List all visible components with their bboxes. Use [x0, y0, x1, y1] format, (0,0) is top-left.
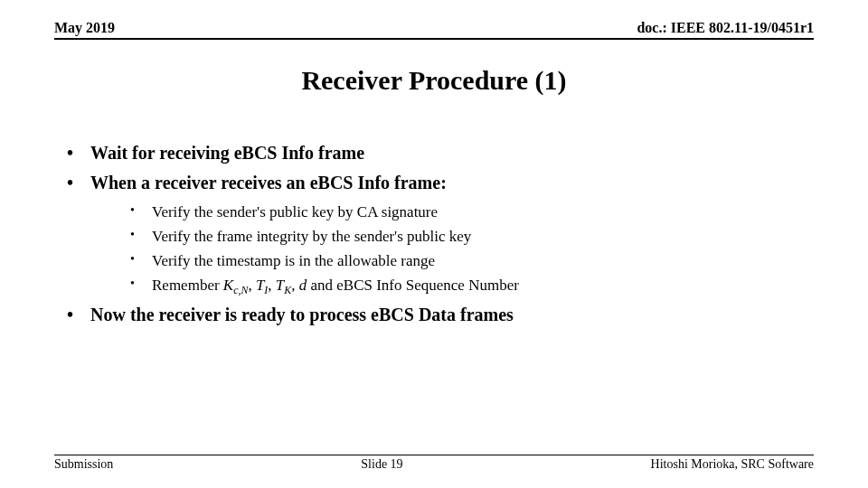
- top-bullet-list: Wait for receiving eBCS Info frame When …: [54, 141, 814, 327]
- header-date: May 2019: [54, 20, 115, 36]
- sym-K: K: [223, 277, 233, 294]
- footer-center: Slide 19: [361, 457, 402, 472]
- sub-cN: c,N: [233, 284, 248, 296]
- bullet-when-receives: When a receiver receives an eBCS Info fr…: [54, 171, 814, 297]
- sep1: ,: [248, 277, 256, 294]
- bullet-wait: Wait for receiving eBCS Info frame: [54, 141, 814, 165]
- header-doc-id: doc.: IEEE 802.11-19/0451r1: [637, 20, 814, 36]
- sub-verify-integrity: Verify the frame integrity by the sender…: [118, 227, 814, 248]
- slide-page: May 2019 doc.: IEEE 802.11-19/0451r1 Rec…: [0, 0, 868, 488]
- footer-left: Submission: [54, 457, 113, 472]
- remember-prefix: Remember: [152, 277, 223, 294]
- content-area: Wait for receiving eBCS Info frame When …: [54, 136, 814, 333]
- remember-suffix: and eBCS Info Sequence Number: [307, 277, 519, 294]
- sub-verify-pubkey: Verify the sender's public key by CA sig…: [118, 202, 814, 223]
- footer-right: Hitoshi Morioka, SRC Software: [651, 457, 814, 472]
- page-title: Receiver Procedure (1): [0, 65, 868, 96]
- sym-TI: T: [256, 277, 264, 294]
- sym-TK: T: [276, 277, 284, 294]
- sub-bullet-list: Verify the sender's public key by CA sig…: [90, 202, 814, 297]
- bullet-ready: Now the receiver is ready to process eBC…: [54, 303, 814, 327]
- sym-d: d: [299, 277, 307, 294]
- sub-remember-params: Remember Kc,N, TI, TK, d and eBCS Info S…: [118, 276, 814, 297]
- footer-bar: Submission Slide 19 Hitoshi Morioka, SRC…: [54, 455, 814, 472]
- sub-verify-timestamp: Verify the timestamp is in the allowable…: [118, 251, 814, 272]
- header-bar: May 2019 doc.: IEEE 802.11-19/0451r1: [54, 20, 814, 40]
- sep2: ,: [268, 277, 276, 294]
- sep3: ,: [291, 277, 299, 294]
- bullet-when-text: When a receiver receives an eBCS Info fr…: [90, 173, 447, 192]
